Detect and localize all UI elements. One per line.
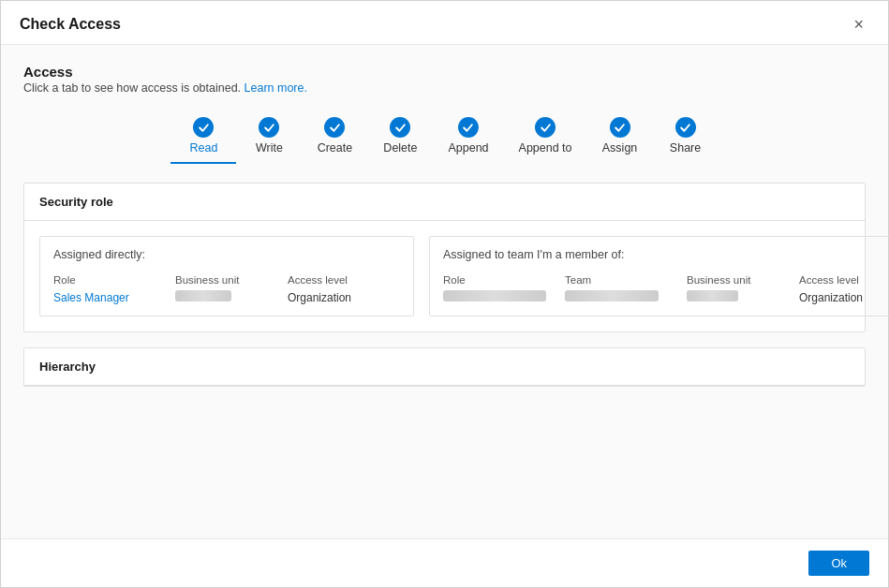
- col-team-header: Team: [565, 272, 591, 287]
- assigned-to-team-row: Organization: [443, 290, 889, 304]
- check-icon-create: [324, 117, 345, 138]
- assignments-row: Assigned directly: Role Business unit Ac…: [39, 236, 850, 316]
- check-icon-append-to: [535, 117, 556, 138]
- tab-share[interactable]: Share: [653, 111, 719, 164]
- tab-append-to[interactable]: Append to: [504, 111, 587, 164]
- tab-create[interactable]: Create: [302, 111, 367, 164]
- hierarchy-header: Hierarchy: [24, 348, 865, 386]
- dialog-header: Check Access ×: [1, 1, 888, 45]
- assigned-to-team-box: Assigned to team I'm a member of: Role T…: [429, 236, 889, 316]
- assigned-to-team-header: Role Team Business unit Access level: [443, 272, 889, 287]
- tab-write[interactable]: Write: [236, 111, 302, 164]
- tab-append[interactable]: Append: [433, 111, 503, 164]
- check-icon-append: [458, 117, 479, 138]
- col-role-header: Role: [53, 272, 76, 287]
- hierarchy-card: Hierarchy: [23, 347, 866, 387]
- col-bu-header: Business unit: [175, 272, 239, 287]
- tabs-row: Read Write Create Delete: [23, 111, 866, 164]
- team-bu-blurred: [687, 290, 738, 301]
- bu-blurred: [175, 290, 231, 301]
- assigned-directly-title: Assigned directly:: [53, 248, 400, 261]
- dialog-title: Check Access: [20, 16, 121, 33]
- close-button[interactable]: ×: [848, 14, 869, 35]
- check-icon-read: [193, 117, 214, 138]
- learn-more-link[interactable]: Learn more.: [244, 81, 307, 95]
- role-link[interactable]: Sales Manager: [53, 291, 129, 304]
- check-icon-assign: [610, 117, 630, 138]
- assigned-directly-row: Sales Manager Organization: [53, 290, 400, 304]
- dialog-footer: Ok: [1, 538, 888, 587]
- check-access-dialog: Check Access × Access Click a tab to see…: [0, 0, 889, 588]
- security-role-card: Security role Assigned directly: Role Bu…: [23, 183, 866, 332]
- dialog-body: Access Click a tab to see how access is …: [1, 45, 888, 538]
- check-icon-delete: [390, 117, 410, 138]
- col-access-header2: Access level: [799, 272, 859, 287]
- assigned-to-team-title: Assigned to team I'm a member of:: [443, 248, 889, 261]
- tab-assign[interactable]: Assign: [587, 111, 653, 164]
- tab-delete[interactable]: Delete: [367, 111, 433, 164]
- team-role-blurred: [443, 290, 546, 301]
- check-icon-write: [259, 117, 279, 138]
- team-access-level: Organization: [799, 289, 863, 306]
- access-description: Click a tab to see how access is obtaine…: [23, 81, 866, 95]
- security-role-header: Security role: [24, 184, 865, 221]
- tab-read[interactable]: Read: [170, 111, 236, 164]
- team-name-blurred: [565, 290, 659, 301]
- col-access-header: Access level: [288, 272, 348, 287]
- access-label: Access: [23, 64, 866, 80]
- col-role-header2: Role: [443, 272, 466, 287]
- access-level-value: Organization: [288, 289, 351, 306]
- assigned-directly-header: Role Business unit Access level: [53, 272, 400, 287]
- assigned-directly-box: Assigned directly: Role Business unit Ac…: [39, 236, 414, 316]
- col-bu-header2: Business unit: [687, 272, 750, 287]
- check-icon-share: [675, 117, 696, 138]
- ok-button[interactable]: Ok: [808, 551, 869, 576]
- security-role-body: Assigned directly: Role Business unit Ac…: [24, 221, 865, 331]
